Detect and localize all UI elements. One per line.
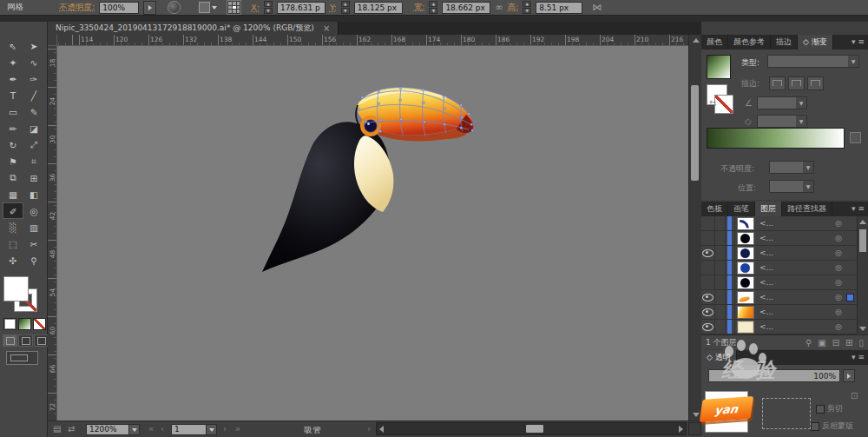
- scroll-right-icon[interactable]: [679, 426, 683, 433]
- ruler-horizontal[interactable]: 1141201261321381441501561621681741801861…: [56, 35, 688, 46]
- tab-路径查找器[interactable]: 路径查找器: [782, 202, 832, 216]
- visibility-toggle[interactable]: [701, 216, 715, 230]
- blend-tool[interactable]: ◎: [23, 202, 44, 219]
- recolor-artwork-icon[interactable]: [168, 1, 181, 14]
- layer-name[interactable]: <...: [756, 278, 832, 287]
- last-artboard-button[interactable]: »: [235, 424, 240, 434]
- draw-inside-button[interactable]: [34, 334, 49, 347]
- scroll-up-icon[interactable]: [859, 220, 866, 224]
- shape-builder-tool[interactable]: ⧉: [3, 169, 23, 186]
- stroke-along-button[interactable]: [788, 76, 805, 90]
- clip-checkbox-row[interactable]: 剪切: [816, 403, 843, 414]
- layer-target-icon[interactable]: ◎: [832, 293, 845, 301]
- lock-toggle[interactable]: [715, 305, 726, 319]
- layer-target-icon[interactable]: ◎: [832, 234, 845, 242]
- vertical-scroll-thumb[interactable]: [691, 85, 699, 181]
- artboard-dropdown-button[interactable]: [206, 424, 217, 435]
- opacity-dropdown-button[interactable]: [143, 1, 156, 15]
- layer-name[interactable]: <...: [756, 248, 832, 257]
- scroll-left-icon[interactable]: [379, 426, 384, 433]
- width-label[interactable]: 宽:: [414, 2, 425, 13]
- lock-toggle[interactable]: [715, 246, 726, 260]
- artboard-tool[interactable]: ⬚: [3, 235, 23, 252]
- height-stepper[interactable]: ▲▼: [523, 1, 531, 14]
- reference-point-locator[interactable]: [227, 0, 241, 15]
- layer-target-icon[interactable]: ◎: [832, 219, 845, 228]
- visibility-toggle[interactable]: [701, 290, 715, 304]
- status-icon-1[interactable]: ▤: [53, 424, 61, 434]
- status-icon-2[interactable]: ⇄: [68, 424, 75, 434]
- layer-row[interactable]: <...◎: [701, 290, 857, 305]
- visibility-toggle[interactable]: [701, 246, 715, 260]
- zoom-tool[interactable]: ⚲: [23, 252, 44, 268]
- gradient-tool[interactable]: ◧: [23, 186, 44, 202]
- free-transform-tool[interactable]: ⌗: [23, 153, 44, 169]
- curvature-tool[interactable]: ✑: [23, 70, 44, 87]
- layer-target-icon[interactable]: ◎: [832, 248, 845, 257]
- opacity-input[interactable]: 100%: [99, 2, 139, 14]
- link-mask-icon[interactable]: ⊡: [851, 391, 858, 401]
- checkbox-icon[interactable]: [816, 405, 825, 414]
- width-input[interactable]: 18.662 px: [442, 2, 490, 14]
- layer-name[interactable]: <...: [756, 322, 832, 331]
- zoom-level-input[interactable]: 1200%: [86, 424, 129, 435]
- first-artboard-button[interactable]: «: [148, 424, 154, 434]
- new-sublayer-icon[interactable]: ⊟: [832, 338, 839, 348]
- canvas-area[interactable]: 1141201261321381441501561621681741801861…: [48, 35, 688, 420]
- stroke-across-button[interactable]: [807, 76, 824, 90]
- gradient-button[interactable]: [18, 318, 31, 330]
- shear-transform-icon[interactable]: ⋈: [592, 2, 602, 13]
- width-stepper[interactable]: ▲▼: [429, 1, 437, 14]
- panel-menu-icon[interactable]: ▾ ≡: [848, 350, 868, 365]
- opacity-spinner-button[interactable]: [843, 369, 855, 382]
- prev-artboard-button[interactable]: ‹: [161, 424, 164, 434]
- gradient-opacity-dropdown[interactable]: ▼: [769, 161, 814, 174]
- vertical-scrollbar[interactable]: [688, 35, 701, 420]
- magic-wand-tool[interactable]: ✦: [3, 54, 23, 70]
- ruler-corner[interactable]: [48, 35, 57, 46]
- lock-toggle[interactable]: [715, 275, 726, 289]
- link-dimensions-icon[interactable]: ∞: [495, 2, 503, 13]
- checkbox-icon[interactable]: [811, 422, 819, 431]
- opacity-label[interactable]: 不透明度:: [59, 2, 95, 13]
- status-expand-icon[interactable]: ›: [367, 424, 371, 434]
- draw-normal-button[interactable]: [3, 334, 17, 347]
- scroll-down-icon[interactable]: [859, 327, 866, 331]
- artboard-number-input[interactable]: 1: [171, 424, 207, 435]
- gradient-swatch-thumbnail[interactable]: [707, 55, 731, 79]
- invert-mask-checkbox-row[interactable]: 反相蒙版: [811, 420, 853, 432]
- hand-tool[interactable]: ✣: [3, 252, 23, 268]
- zoom-dropdown-button[interactable]: [128, 424, 140, 435]
- layer-name[interactable]: <...: [756, 308, 832, 316]
- fill-swatch[interactable]: [3, 276, 29, 301]
- slice-tool[interactable]: ✂: [23, 235, 44, 252]
- gradient-aspect-dropdown[interactable]: ▼: [757, 115, 807, 128]
- layer-row[interactable]: <...◎: [701, 246, 857, 261]
- eyedropper-tool[interactable]: ✐: [3, 202, 23, 219]
- column-graph-tool[interactable]: ▥: [23, 219, 44, 235]
- panel-menu-icon[interactable]: ▾ ≡: [848, 35, 868, 50]
- delete-layer-icon[interactable]: ▯: [858, 338, 864, 348]
- reverse-gradient-icon[interactable]: ⇆: [709, 98, 716, 108]
- selection-tool[interactable]: ➤: [23, 37, 44, 54]
- y-label[interactable]: Y:: [330, 3, 337, 12]
- tab-描边[interactable]: 描边: [771, 35, 798, 50]
- locate-object-icon[interactable]: ⚲: [806, 338, 812, 348]
- layer-target-icon[interactable]: ◎: [832, 263, 845, 272]
- tab-渐变[interactable]: ◇ 渐变: [798, 35, 833, 50]
- layers-scrollbar[interactable]: [857, 216, 868, 334]
- layer-name[interactable]: <...: [756, 293, 832, 301]
- pencil-tool[interactable]: ✏: [3, 120, 23, 136]
- x-label[interactable]: X:: [251, 3, 260, 12]
- horizontal-scroll-thumb[interactable]: [526, 425, 543, 433]
- scroll-up-icon[interactable]: [693, 38, 700, 43]
- lock-toggle[interactable]: [715, 261, 726, 275]
- direct-selection-tool[interactable]: ⇖: [3, 37, 23, 54]
- visibility-toggle[interactable]: [701, 305, 715, 319]
- gradient-annotator-icon[interactable]: [850, 132, 861, 143]
- lock-toggle[interactable]: [715, 231, 726, 245]
- perspective-grid-tool[interactable]: ⊞: [23, 169, 44, 186]
- mask-thumbnail-slot[interactable]: [762, 398, 811, 429]
- gradient-position-dropdown[interactable]: ▼: [769, 180, 814, 193]
- lasso-tool[interactable]: ∿: [23, 54, 44, 70]
